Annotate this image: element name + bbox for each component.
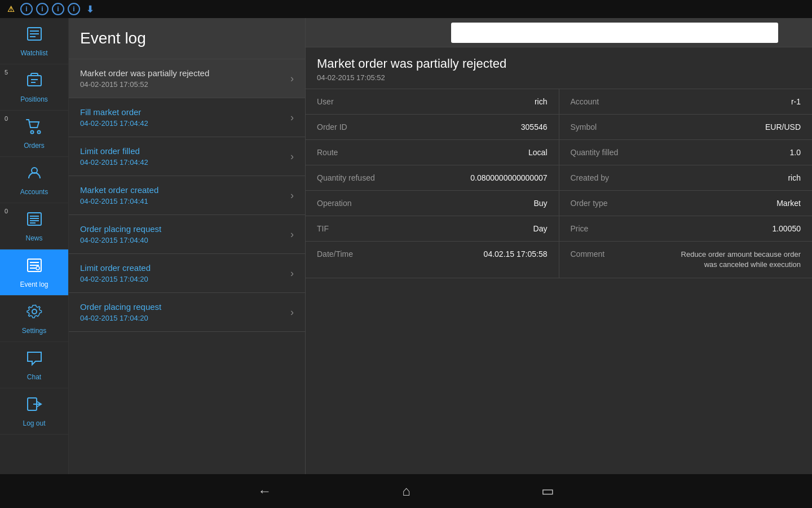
detail-row: Date/Time 04.02.15 17:05:58 Comment Redu…: [306, 242, 812, 278]
svg-point-7: [30, 131, 33, 134]
main-content: Watchlist 5 Positions 0: [0, 18, 812, 474]
detail-cell-datetime: Date/Time 04.02.15 17:05:58: [306, 242, 559, 278]
chat-icon: [25, 349, 43, 371]
news-icon: [25, 210, 43, 232]
info-icon-3: i: [52, 3, 64, 15]
chevron-right-icon: ›: [290, 112, 294, 124]
detail-cell-user: User rich: [306, 89, 559, 114]
sidebar-item-orders[interactable]: 0 Orders: [0, 111, 68, 157]
sidebar-item-logout[interactable]: Log out: [0, 388, 68, 435]
svg-point-19: [36, 266, 39, 270]
field-value-route: Local: [528, 148, 547, 157]
settings-icon: [25, 303, 43, 325]
field-label-operation: Operation: [317, 199, 351, 208]
field-value-qtyrefused: 0.0800000000000007: [470, 173, 547, 182]
event-list: Market order was partially rejected 04-0…: [69, 59, 305, 474]
field-value-price: 1.00050: [772, 224, 801, 233]
sidebar-label-positions: Positions: [20, 95, 48, 103]
list-item[interactable]: Market order created 04-02-2015 17:04:41…: [69, 176, 305, 215]
sidebar-item-eventlog[interactable]: Event log: [0, 249, 68, 296]
field-value-qtyfilled: 1.0: [790, 148, 801, 157]
detail-cell-comment: Comment Reduce order amount because orde…: [559, 242, 813, 278]
list-item[interactable]: Fill market order 04-02-2015 17:04:42 ›: [69, 98, 305, 137]
detail-cell-symbol: Symbol EUR/USD: [559, 115, 813, 139]
detail-row: Route Local Quantity filled 1.0: [306, 140, 812, 165]
detail-cell-operation: Operation Buy: [306, 191, 559, 216]
field-value-datetime: 04.02.15 17:05:58: [484, 249, 548, 259]
sidebar-item-positions[interactable]: 5 Positions: [0, 64, 68, 111]
detail-cell-tif: TIF Day: [306, 216, 559, 241]
field-label-route: Route: [317, 148, 338, 157]
sidebar-label-settings: Settings: [22, 327, 46, 335]
event-timestamp: 04-02-2015 17:04:40: [80, 236, 161, 244]
field-value-comment: Reduce order amount because order was ca…: [674, 249, 801, 270]
info-icon-2: i: [36, 3, 48, 15]
info-icon-1: i: [20, 3, 33, 15]
sidebar-item-news[interactable]: 0 News: [0, 203, 68, 249]
field-label-tif: TIF: [317, 224, 329, 233]
chevron-right-icon: ›: [290, 73, 294, 85]
sidebar-item-watchlist[interactable]: Watchlist: [0, 18, 68, 64]
warning-icon: ⚠: [5, 3, 17, 15]
field-value-account: r-1: [791, 97, 801, 106]
field-value-ordertype: Market: [776, 199, 801, 208]
event-title: Order placing request: [80, 302, 161, 312]
positions-icon: [25, 71, 43, 93]
accounts-icon: [25, 164, 43, 186]
detail-title: Market order was partially rejected: [317, 56, 801, 71]
field-label-account: Account: [571, 97, 599, 106]
chevron-right-icon: ›: [290, 151, 294, 163]
field-value-user: rich: [535, 97, 548, 106]
event-title: Market order created: [80, 185, 158, 195]
field-label-qtyrefused: Quantity refused: [317, 173, 375, 182]
field-value-tif: Day: [533, 224, 548, 233]
list-item[interactable]: Limit order filled 04-02-2015 17:04:42 ›: [69, 137, 305, 176]
news-badge: 0: [5, 208, 8, 214]
sidebar-label-logout: Log out: [23, 419, 45, 427]
detail-cell-qtyfilled: Quantity filled 1.0: [559, 140, 813, 165]
back-button[interactable]: ←: [249, 479, 280, 503]
event-title: Limit order created: [80, 263, 151, 273]
recent-button[interactable]: ▭: [532, 479, 563, 503]
field-value-createdby: rich: [788, 173, 801, 182]
home-button[interactable]: ⌂: [393, 479, 420, 503]
field-label-user: User: [317, 97, 334, 106]
field-label-price: Price: [571, 224, 589, 233]
detail-cell-orderid: Order ID 305546: [306, 115, 559, 139]
event-title: Fill market order: [80, 107, 148, 117]
sidebar-label-eventlog: Event log: [20, 281, 48, 288]
search-bar[interactable]: [451, 23, 778, 43]
eventlog-icon: [25, 256, 43, 278]
download-icon: ⬇: [83, 3, 96, 15]
sidebar-item-accounts[interactable]: Accounts: [0, 157, 68, 203]
sidebar-label-watchlist: Watchlist: [20, 49, 47, 57]
detail-row: Operation Buy Order type Market: [306, 191, 812, 216]
field-value-orderid: 305546: [521, 122, 548, 132]
sidebar-label-orders: Orders: [24, 142, 45, 150]
event-list-header: Event log: [69, 18, 305, 59]
list-item[interactable]: Order placing request 04-02-2015 17:04:2…: [69, 293, 305, 332]
field-label-orderid: Order ID: [317, 122, 347, 132]
event-list-title: Event log: [80, 29, 294, 47]
list-item[interactable]: Limit order created 04-02-2015 17:04:20 …: [69, 254, 305, 293]
sidebar-item-chat[interactable]: Chat: [0, 342, 68, 388]
svg-point-8: [37, 131, 40, 134]
chevron-right-icon: ›: [290, 190, 294, 202]
list-item[interactable]: Order placing request 04-02-2015 17:04:4…: [69, 215, 305, 254]
detail-panel: Market order was partially rejected 04-0…: [306, 18, 812, 474]
chevron-right-icon: ›: [290, 229, 294, 240]
event-timestamp: 04-02-2015 17:04:42: [80, 119, 148, 128]
field-label-qtyfilled: Quantity filled: [571, 148, 619, 157]
field-value-operation: Buy: [533, 199, 547, 208]
watchlist-icon: [25, 25, 43, 47]
sidebar-item-settings[interactable]: Settings: [0, 296, 68, 342]
positions-badge: 5: [5, 69, 8, 76]
event-title: Order placing request: [80, 224, 161, 234]
orders-badge: 0: [5, 115, 8, 122]
field-label-createdby: Created by: [571, 173, 609, 182]
event-title: Market order was partially rejected: [80, 68, 209, 78]
event-timestamp: 04-02-2015 17:04:20: [80, 275, 151, 283]
detail-cell-createdby: Created by rich: [559, 165, 813, 190]
orders-icon: [25, 117, 43, 139]
list-item[interactable]: Market order was partially rejected 04-0…: [69, 59, 305, 98]
